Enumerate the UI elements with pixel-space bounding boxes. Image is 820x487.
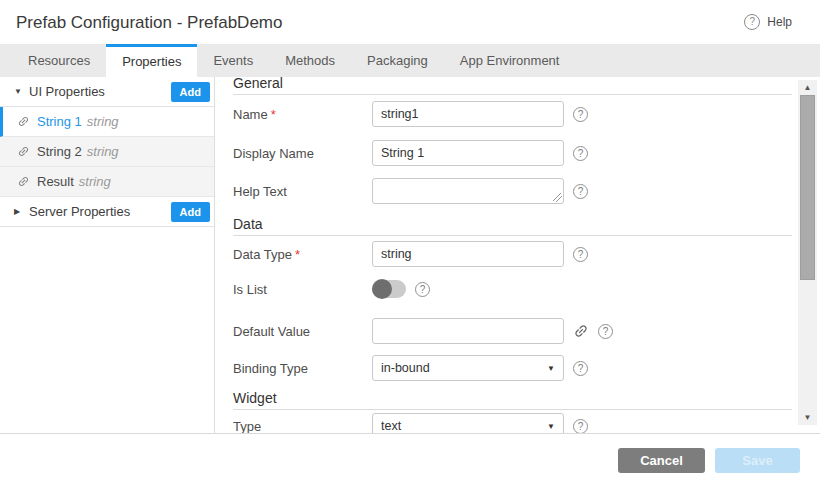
help-icon[interactable]: ? — [573, 247, 588, 262]
widget-type-select[interactable]: text ▼ — [372, 413, 564, 433]
sidebar: ▼ UI Properties Add String 1 string Stri… — [0, 77, 215, 433]
save-button[interactable]: Save — [715, 448, 800, 473]
property-name: String 2 — [37, 144, 82, 159]
help-button[interactable]: ? Help — [744, 0, 792, 44]
property-type: string — [79, 174, 111, 189]
sidebar-item-result[interactable]: Result string — [0, 167, 214, 197]
link-icon — [14, 112, 32, 130]
tab-resources[interactable]: Resources — [12, 44, 106, 77]
field-row-name: Name* ? — [233, 101, 792, 127]
field-row-widget-type: Type text ▼ ? — [233, 413, 792, 433]
property-name: String 1 — [37, 114, 82, 129]
section-title-general: General — [233, 77, 792, 95]
field-row-help-text: Help Text ? — [233, 178, 792, 204]
sidebar-group-ui-properties[interactable]: ▼ UI Properties Add — [0, 77, 214, 107]
field-label: Type — [233, 419, 372, 434]
selected-option: in-bound — [381, 361, 430, 375]
field-label: Display Name — [233, 146, 372, 161]
bind-link-icon[interactable] — [570, 320, 593, 343]
dialog-footer: Cancel Save — [0, 433, 820, 487]
tab-packaging[interactable]: Packaging — [351, 44, 444, 77]
section-title-widget: Widget — [233, 390, 792, 410]
field-row-default-value: Default Value ? — [233, 318, 792, 344]
titlebar: Prefab Configuration - PrefabDemo ? Help — [0, 0, 820, 44]
property-type: string — [87, 144, 119, 159]
help-icon[interactable]: ? — [573, 361, 588, 376]
tab-app-environment[interactable]: App Environment — [444, 44, 576, 77]
selected-option: text — [381, 419, 401, 433]
help-icon[interactable]: ? — [573, 419, 588, 434]
default-value-input[interactable] — [372, 318, 564, 344]
scrollbar-thumb[interactable] — [800, 95, 815, 280]
help-icon[interactable]: ? — [415, 282, 430, 297]
add-ui-property-button[interactable]: Add — [171, 82, 210, 102]
field-row-display-name: Display Name ? — [233, 140, 792, 166]
field-label: Is List — [233, 282, 372, 297]
tab-properties[interactable]: Properties — [106, 44, 197, 77]
dialog-body: ▼ UI Properties Add String 1 string Stri… — [0, 77, 820, 433]
display-name-input[interactable] — [372, 140, 564, 166]
group-label: Server Properties — [29, 204, 130, 219]
binding-type-select[interactable]: in-bound ▼ — [372, 355, 564, 381]
field-label: Binding Type — [233, 361, 372, 376]
vertical-scrollbar[interactable]: ▲ ▼ — [798, 80, 817, 425]
link-icon — [14, 142, 32, 160]
properties-form: General Name* ? Display Name ? Help Text… — [216, 77, 792, 433]
tab-methods[interactable]: Methods — [269, 44, 351, 77]
property-type: string — [87, 114, 119, 129]
page-title: Prefab Configuration - PrefabDemo — [16, 0, 282, 46]
sidebar-group-server-properties[interactable]: ▶ Server Properties Add — [0, 197, 214, 227]
resize-grip[interactable] — [553, 193, 562, 202]
field-label: Default Value — [233, 324, 372, 339]
dropdown-arrow-icon: ▼ — [547, 422, 555, 431]
help-icon: ? — [744, 14, 760, 30]
help-icon[interactable]: ? — [598, 324, 613, 339]
link-icon — [14, 172, 32, 190]
add-server-property-button[interactable]: Add — [171, 202, 210, 222]
help-text-textarea[interactable] — [372, 178, 564, 204]
scroll-up-arrow-icon[interactable]: ▲ — [798, 83, 817, 92]
field-row-data-type: Data Type* ? — [233, 241, 792, 267]
help-icon[interactable]: ? — [573, 107, 588, 122]
is-list-toggle[interactable] — [372, 280, 406, 298]
tab-events[interactable]: Events — [197, 44, 269, 77]
cancel-button[interactable]: Cancel — [618, 448, 705, 473]
tab-bar: Resources Properties Events Methods Pack… — [0, 44, 820, 77]
prefab-configuration-dialog: Prefab Configuration - PrefabDemo ? Help… — [0, 0, 820, 487]
field-label: Help Text — [233, 184, 372, 199]
data-type-input[interactable] — [372, 241, 564, 267]
help-icon[interactable]: ? — [573, 184, 588, 199]
group-label: UI Properties — [29, 84, 105, 99]
scroll-down-arrow-icon[interactable]: ▼ — [798, 413, 817, 422]
help-icon[interactable]: ? — [573, 146, 588, 161]
help-label: Help — [767, 15, 792, 29]
section-title-data: Data — [233, 216, 792, 236]
field-label: Data Type* — [233, 247, 372, 262]
property-name: Result — [37, 174, 74, 189]
sidebar-item-string-2[interactable]: String 2 string — [0, 137, 214, 167]
toggle-knob — [372, 279, 392, 299]
field-row-is-list: Is List ? — [233, 276, 792, 302]
sidebar-item-string-1[interactable]: String 1 string — [0, 107, 214, 137]
required-marker: * — [271, 107, 276, 122]
caret-down-icon: ▼ — [14, 87, 29, 96]
field-label: Name* — [233, 107, 372, 122]
required-marker: * — [295, 247, 300, 262]
name-input[interactable] — [372, 101, 564, 127]
caret-right-icon: ▶ — [14, 207, 29, 216]
field-row-binding-type: Binding Type in-bound ▼ ? — [233, 355, 792, 381]
dropdown-arrow-icon: ▼ — [547, 364, 555, 373]
